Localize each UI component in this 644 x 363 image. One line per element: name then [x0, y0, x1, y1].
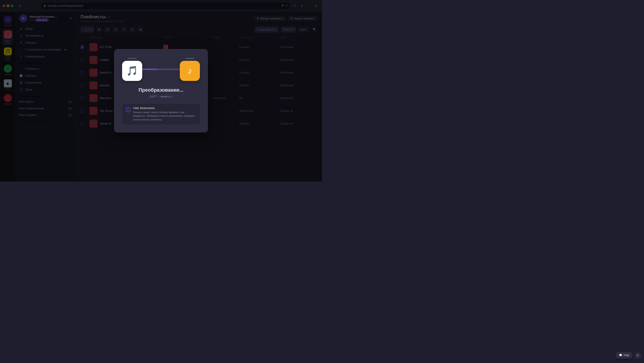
progress-dot: [158, 96, 159, 97]
modal-overlay: 🎵 ♪ Преобразование... 14/77: [0, 0, 322, 181]
dest-handle: [185, 58, 194, 59]
info-circle-icon: i: [126, 107, 130, 112]
conversion-modal: 🎵 ♪ Преобразование... 14/77: [114, 49, 208, 133]
progress-fill: [142, 69, 157, 70]
modal-info-box: i TIME REMAINING Процесс может занять бо…: [122, 104, 200, 125]
modal-progress: 14/77 минута ℹ: [150, 95, 172, 98]
progress-time: минута: [160, 95, 170, 98]
jiotunes-note: ♪: [188, 66, 192, 76]
dest-service-icon: ♪: [180, 61, 200, 81]
apple-music-note: 🎵: [126, 65, 138, 76]
info-icon[interactable]: ℹ: [171, 95, 172, 98]
info-content: TIME REMAINING Процесс может занять боль…: [133, 107, 196, 122]
source-handle: [128, 58, 137, 59]
transfer-visual: 🎵 ♪: [122, 58, 200, 81]
source-service-icon: 🎵: [122, 61, 142, 81]
modal-title: Преобразование...: [138, 87, 183, 93]
progress-fraction: 14/77: [150, 95, 157, 98]
info-text: Процесс может занять больше времени, чем…: [133, 110, 196, 122]
info-title: TIME REMAINING: [133, 107, 196, 109]
progress-track: [142, 69, 180, 70]
